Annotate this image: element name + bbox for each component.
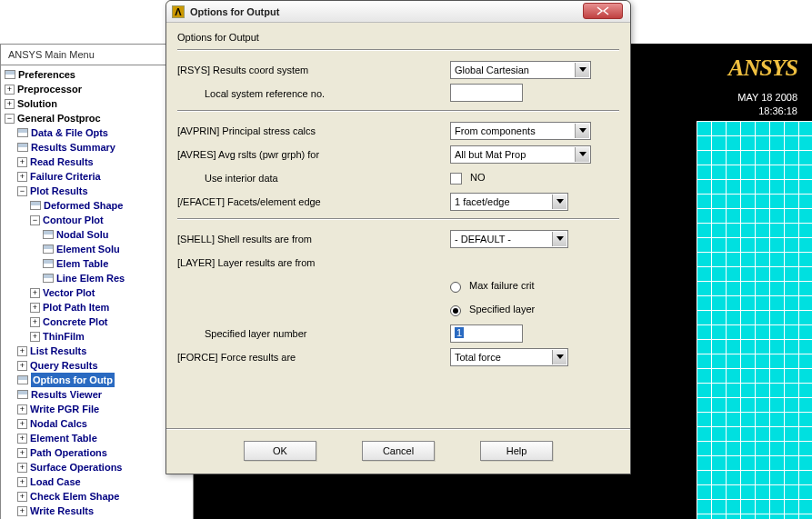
expand-icon: + <box>30 288 40 298</box>
leaf-icon <box>17 375 28 384</box>
options-dialog: Λ Options for Output Options for Output … <box>165 0 631 474</box>
tree-item[interactable]: +Preprocessor <box>5 82 191 96</box>
tree-item[interactable]: Elem Table <box>5 256 191 271</box>
tree-item[interactable]: Options for Outp <box>5 373 191 387</box>
tree-item-label: Results Viewer <box>31 387 102 402</box>
tree-item[interactable]: +Query Results <box>5 358 191 373</box>
tree-item[interactable]: +Load Case <box>5 474 191 489</box>
interior-label: Use interior data <box>177 173 450 184</box>
shell-label: [SHELL] Shell results are from <box>177 234 450 245</box>
speclayer-input[interactable]: 1 <box>450 324 523 343</box>
date-text: MAY 18 2008 <box>737 92 797 103</box>
tree-item-label: General Postproc <box>17 111 101 125</box>
tree-item[interactable]: +Write PGR File <box>5 402 191 416</box>
tree-item[interactable]: +List Results <box>5 344 191 358</box>
tree-item-label: Write Results <box>30 504 94 518</box>
rsys-select[interactable]: Global Cartesian <box>450 61 591 79</box>
interior-text: NO <box>470 172 486 183</box>
tree-item[interactable]: +Write Results <box>5 504 191 518</box>
ok-button[interactable]: OK <box>244 441 316 461</box>
efacet-select[interactable]: 1 facet/edge <box>450 193 568 211</box>
tree-item[interactable]: +Vector Plot <box>5 285 191 300</box>
tree-item[interactable]: +Check Elem Shape <box>5 489 191 504</box>
tree-item[interactable]: Results Summary <box>5 140 191 155</box>
collapse-icon: − <box>5 114 15 124</box>
model-grid <box>697 121 812 519</box>
expand-icon: + <box>17 492 27 502</box>
tree-item-label: Concrete Plot <box>43 314 108 329</box>
tree-item-label: Element Table <box>30 431 97 445</box>
tree-item[interactable]: +Failure Criteria <box>5 169 191 184</box>
expand-icon: + <box>17 361 27 371</box>
cancel-button[interactable]: Cancel <box>362 441 435 461</box>
tree-item[interactable]: Data & File Opts <box>5 125 191 140</box>
chevron-down-icon <box>552 195 566 209</box>
radio-maxfailure-label: Max failure crit <box>469 280 535 291</box>
tree-item[interactable]: Nodal Solu <box>5 227 191 242</box>
tree-item-label: Nodal Solu <box>56 227 108 242</box>
tree-item[interactable]: +Surface Operations <box>5 460 191 474</box>
tree-item[interactable]: −General Postproc <box>5 111 191 125</box>
tree-item[interactable]: Line Elem Res <box>5 271 191 285</box>
tree-item[interactable]: +Plot Path Item <box>5 300 191 314</box>
expand-icon: + <box>30 303 40 313</box>
tree-item[interactable]: Deformed Shape <box>5 198 191 213</box>
tree-item[interactable]: +Path Operations <box>5 445 191 460</box>
section-rsys: [RSYS] Results coord system Global Carte… <box>177 50 619 111</box>
tree-item[interactable]: +Solution <box>5 96 191 111</box>
tree-item[interactable]: +ThinFilm <box>5 329 191 344</box>
tree-item[interactable]: +Concrete Plot <box>5 314 191 329</box>
leaf-icon <box>43 259 54 268</box>
tree-item-label: Plot Results <box>30 184 88 198</box>
tree-item[interactable]: −Plot Results <box>5 184 191 198</box>
tree-item-label: Preprocessor <box>17 82 82 96</box>
help-button[interactable]: Help <box>480 441 553 461</box>
leaf-icon <box>43 245 54 254</box>
tree-item-label: Plot Path Item <box>43 300 109 314</box>
dialog-subtitle: Options for Output <box>177 32 619 43</box>
interior-checkbox[interactable] <box>450 173 462 185</box>
leaf-icon <box>17 143 28 152</box>
localref-input[interactable] <box>450 84 523 102</box>
chevron-down-icon <box>552 350 566 364</box>
tree-item-label: Write PGR File <box>30 402 99 416</box>
avres-select[interactable]: All but Mat Prop <box>450 145 591 164</box>
collapse-icon: − <box>30 215 40 225</box>
tree-item-label: Contour Plot <box>43 213 104 227</box>
localref-label: Local system reference no. <box>177 88 450 99</box>
tree-item-label: Read Results <box>30 155 94 169</box>
tree-item[interactable]: Preferences <box>5 67 191 82</box>
tree-item-label: Data & File Opts <box>31 125 108 140</box>
leaf-icon <box>5 70 15 79</box>
dialog-titlebar[interactable]: Λ Options for Output <box>166 1 630 23</box>
leaf-icon <box>43 230 54 239</box>
tree-item[interactable]: +Read Results <box>5 155 191 169</box>
tree-item[interactable]: +Element Table <box>5 431 191 445</box>
tree-item-label: Load Case <box>30 474 81 489</box>
avres-label: [AVRES] Avg rslts (pwr grph) for <box>177 149 450 160</box>
avres-value: All but Mat Prop <box>455 149 526 160</box>
radio-speclayer[interactable] <box>450 305 461 316</box>
tree-item[interactable]: Results Viewer <box>5 387 191 402</box>
main-menu-title: ANSYS Main Menu <box>1 45 193 65</box>
chevron-down-icon <box>575 124 589 138</box>
avprn-select[interactable]: From components <box>450 122 591 140</box>
tree-item[interactable]: Element Solu <box>5 242 191 256</box>
force-select[interactable]: Total force <box>450 348 568 366</box>
force-label: [FORCE] Force results are <box>177 352 450 363</box>
avprn-label: [AVPRIN] Principal stress calcs <box>177 125 450 136</box>
radio-speclayer-label: Specified layer <box>469 304 535 314</box>
date-time: MAY 18 2008 18:36:18 <box>737 91 797 118</box>
tree-item-label: Check Elem Shape <box>30 489 119 504</box>
tree-item[interactable]: −Contour Plot <box>5 213 191 227</box>
leaf-icon <box>17 390 28 399</box>
tree-item-label: Nodal Calcs <box>30 416 87 431</box>
main-menu-title-text: ANSYS Main Menu <box>8 49 95 60</box>
radio-maxfailure[interactable] <box>450 282 461 293</box>
shell-select[interactable]: - DEFAULT - <box>450 230 568 248</box>
close-button[interactable] <box>583 3 623 19</box>
app-icon: Λ <box>172 5 185 18</box>
tree-item[interactable]: +Nodal Calcs <box>5 416 191 431</box>
svg-marker-5 <box>556 236 564 241</box>
tree-item-label: Results Summary <box>31 140 115 155</box>
